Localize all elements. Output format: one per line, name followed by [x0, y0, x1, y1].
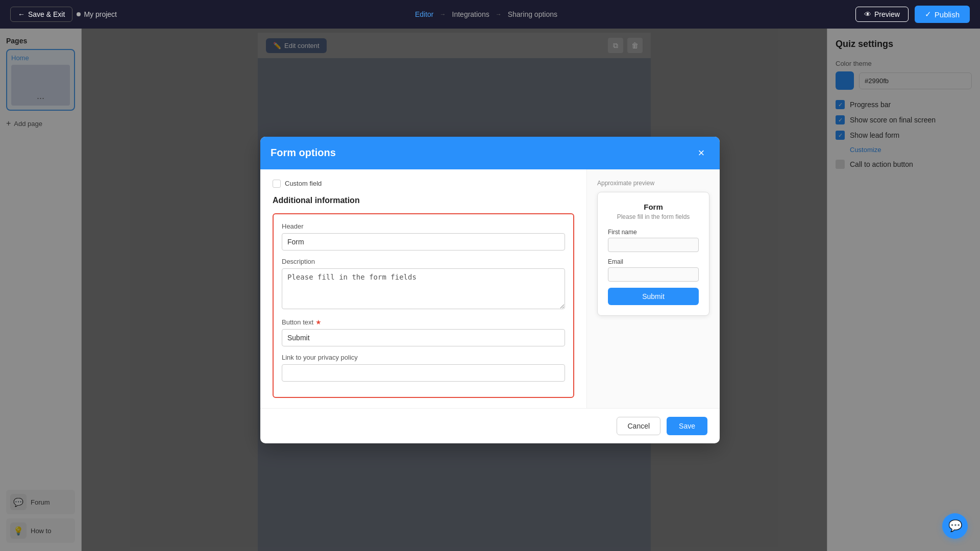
additional-info-title: Additional information: [273, 196, 574, 205]
nav-step-sharing[interactable]: Sharing options: [508, 10, 557, 18]
modal-right-panel: Approximate preview Form Please fill in …: [587, 169, 720, 408]
project-name: My project: [77, 10, 117, 18]
modal-title: Form options: [271, 147, 336, 159]
custom-field-checkbox[interactable]: [273, 180, 281, 188]
required-star: ★: [315, 318, 322, 326]
button-text-input[interactable]: [282, 329, 565, 346]
save-button[interactable]: Save: [667, 417, 707, 435]
description-label: Description: [282, 258, 565, 265]
modal-close-button[interactable]: ×: [693, 145, 709, 161]
arrow-icon-2: →: [496, 11, 502, 18]
top-nav-right: 👁 Preview ✓ Publish: [855, 6, 970, 23]
save-exit-label: Save & Exit: [28, 10, 65, 18]
top-nav-steps: Editor → Integrations → Sharing options: [415, 10, 557, 18]
preview-card: Form Please fill in the form fields Firs…: [597, 192, 709, 316]
preview-label: Approximate preview: [597, 180, 709, 187]
preview-email-label: Email: [608, 258, 699, 265]
preview-first-name-label: First name: [608, 229, 699, 236]
modal-footer: Cancel Save: [260, 408, 720, 443]
preview-form-desc: Please fill in the form fields: [608, 213, 699, 220]
modal-overlay[interactable]: Form options × Custom field Additional i…: [0, 29, 980, 551]
arrow-left-icon: ←: [18, 10, 25, 18]
cancel-button[interactable]: Cancel: [617, 417, 660, 435]
chat-bubble-button[interactable]: 💬: [942, 513, 968, 539]
header-label: Header: [282, 222, 565, 230]
preview-button[interactable]: 👁 Preview: [855, 7, 909, 22]
modal-left-panel: Custom field Additional information Head…: [260, 169, 587, 408]
description-field-group: Description: [282, 258, 565, 311]
preview-first-name-input: [608, 238, 699, 252]
privacy-policy-label: Link to your privacy policy: [282, 354, 565, 361]
checkmark-icon: ✓: [925, 10, 932, 19]
publish-button[interactable]: ✓ Publish: [915, 6, 970, 23]
project-dot-icon: [77, 12, 81, 16]
custom-field-row: Custom field: [273, 180, 574, 188]
header-input[interactable]: [282, 233, 565, 251]
custom-field-label: Custom field: [285, 180, 322, 187]
top-nav-left: ← Save & Exit My project: [10, 7, 117, 22]
messenger-icon: 💬: [948, 519, 962, 533]
arrow-icon-1: →: [440, 11, 446, 18]
top-navigation: ← Save & Exit My project Editor → Integr…: [0, 0, 980, 29]
header-field-group: Header: [282, 222, 565, 251]
preview-submit-button: Submit: [608, 288, 699, 305]
preview-email-input: [608, 267, 699, 282]
modal-body: Custom field Additional information Head…: [260, 169, 720, 408]
privacy-policy-input[interactable]: [282, 364, 565, 382]
eye-icon: 👁: [864, 10, 871, 18]
preview-form-title: Form: [608, 203, 699, 211]
form-options-modal: Form options × Custom field Additional i…: [260, 137, 720, 443]
privacy-policy-field-group: Link to your privacy policy: [282, 354, 565, 382]
button-text-label: Button text ★: [282, 318, 565, 326]
description-textarea[interactable]: [282, 268, 565, 309]
save-exit-button[interactable]: ← Save & Exit: [10, 7, 72, 22]
nav-step-editor[interactable]: Editor: [415, 10, 434, 18]
form-fields-box: Header Description Button text ★: [273, 213, 574, 398]
nav-step-integrations[interactable]: Integrations: [452, 10, 489, 18]
modal-header: Form options ×: [260, 137, 720, 169]
button-text-field-group: Button text ★: [282, 318, 565, 346]
